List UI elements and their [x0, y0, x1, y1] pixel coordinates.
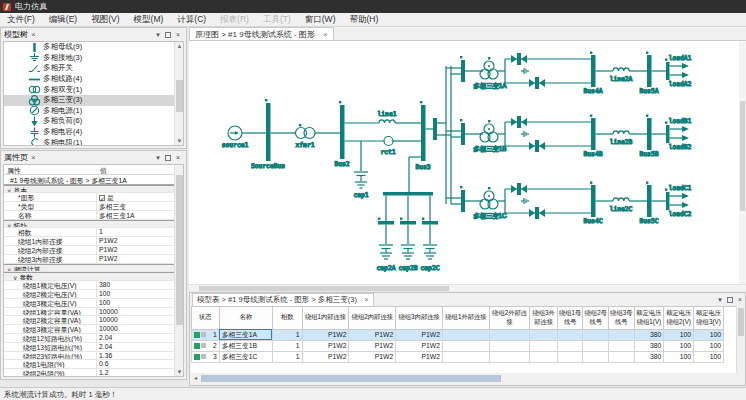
property-row[interactable]: 绕组2内部连接P1W2	[4, 246, 183, 255]
feeder-row-b[interactable]: 多相三变1B	[460, 115, 692, 158]
property-row[interactable]: 绕组1额定容量(VA)10000	[4, 308, 183, 317]
table-row[interactable]: 1 多相三变1A 1 P1W2 P1W2 P1W2 380 100	[192, 329, 724, 340]
feeder-row-a[interactable]: 多相三变1A	[460, 52, 692, 95]
float-window-icon[interactable]	[165, 155, 171, 161]
tree-item-two-winding[interactable]: 多相双变(1)	[4, 84, 183, 95]
cap1-capacitor[interactable]: cap1	[353, 141, 368, 199]
tree-item-source[interactable]: 多相电源(1)	[4, 106, 183, 117]
load-a[interactable]: loadA1 loadA2	[665, 54, 692, 87]
collapse-icon[interactable]: ∨	[7, 188, 11, 193]
schematic-svg[interactable]: source1 SourceBus xfmr1	[189, 41, 739, 284]
properties-scrollbar[interactable]: ▼	[174, 165, 183, 376]
tree-item-ground[interactable]: 多相接地(3)	[4, 53, 183, 64]
tree-item-capacitor[interactable]: 多相电容(4)	[4, 127, 183, 138]
scroll-down-icon[interactable]: ▼	[175, 368, 184, 376]
close-icon[interactable]: ×	[31, 153, 36, 162]
line2a-branch[interactable]: line2A	[610, 68, 633, 82]
canvas-horizontal-scrollbar[interactable]	[189, 284, 746, 291]
property-row[interactable]: 绕组3额定电压(V)100	[4, 299, 183, 308]
property-row[interactable]: 绕组3额定容量(VA)10000	[4, 325, 183, 334]
close-icon[interactable]: ×	[173, 152, 183, 163]
property-row[interactable]: 绕组2额定电压(V)100	[4, 290, 183, 299]
property-row[interactable]: 绕组3内部连接P1W2	[4, 255, 183, 264]
table-vertical-scrollbar[interactable]	[736, 306, 744, 373]
float-window-icon[interactable]	[165, 32, 171, 38]
capacitor-bank[interactable]: cap2A cap2B	[377, 157, 440, 272]
sourcebus-bar[interactable]: SourceBus	[251, 99, 285, 169]
xfmr1-transformer[interactable]: xfmr1	[296, 124, 316, 148]
bus5a-bar[interactable]: Bus5A	[640, 52, 659, 95]
property-row[interactable]: 名称多相三变1A	[4, 211, 183, 220]
line2c-branch[interactable]: line2C	[610, 198, 633, 212]
float-window-icon[interactable]	[727, 297, 733, 303]
table-row[interactable]: 3 多相三变1C 1 P1W2 P1W2 P1W2 380 100	[192, 351, 724, 362]
close-icon[interactable]: ×	[31, 30, 36, 39]
property-row[interactable]: 绕组1电阻(%)0.6	[4, 360, 183, 369]
close-icon[interactable]: ×	[173, 29, 183, 40]
load-c[interactable]: loadC1 loadC2	[665, 184, 692, 217]
bus4b-bar[interactable]: Bus4B	[584, 115, 603, 158]
three-winding-transformer-1b[interactable]: 多相三变1B	[474, 120, 507, 153]
menu-edit[interactable]: 编辑(E)	[42, 13, 84, 26]
property-row[interactable]: 绕组12短路电抗(%)2.04	[4, 334, 183, 343]
three-winding-transformer-1a[interactable]: 多相三变1A	[474, 57, 508, 90]
tree-item-line[interactable]: 多相线路(4)	[4, 74, 183, 85]
property-subsection[interactable]: ∨参数	[4, 272, 183, 281]
scroll-up-icon[interactable]: ▲	[175, 42, 184, 50]
property-section[interactable]: ∨拓扑	[4, 220, 183, 229]
bus4a-bar[interactable]: Bus4A	[584, 52, 603, 95]
close-icon[interactable]: ×	[323, 30, 328, 39]
scroll-down-icon[interactable]: ▼	[175, 137, 184, 145]
bus5b-bar[interactable]: Bus5B	[640, 115, 659, 158]
riser-connections[interactable]	[426, 66, 462, 204]
tree-item-bus[interactable]: 多相母线(9)	[4, 42, 183, 53]
tab-model-table[interactable]: 模型表 > #1 9母线测试系统 - 图形 > 多相三变(3) ×	[192, 293, 374, 306]
chevron-down-icon[interactable]: ▾	[153, 152, 163, 163]
property-row[interactable]: *图形✓是	[4, 193, 183, 202]
menu-model[interactable]: 模型(M)	[127, 13, 171, 26]
property-row[interactable]: 绕组2电阻(%)1.2	[4, 369, 183, 377]
source1-symbol[interactable]: source1	[222, 126, 266, 148]
chevron-down-icon[interactable]: ▾	[715, 294, 725, 305]
collapse-icon[interactable]: ∨	[13, 275, 17, 280]
property-row[interactable]: 绕组2额定容量(VA)10000	[4, 316, 183, 325]
tree-item-resistor[interactable]: 多相电阻(1)	[4, 137, 183, 146]
property-row[interactable]: 绕组1内部连接P1W2	[4, 237, 183, 246]
menu-calc[interactable]: 计算(C)	[170, 13, 213, 26]
three-winding-transformer-1c[interactable]: 多相三变1C	[473, 187, 507, 220]
bus5c-bar[interactable]: Bus5C	[640, 182, 659, 225]
property-row[interactable]: *类型多相三变	[4, 202, 183, 211]
checkbox-icon[interactable]: ✓	[99, 195, 105, 201]
collapse-icon[interactable]: ∨	[7, 267, 11, 272]
menu-help[interactable]: 帮助(H)	[342, 13, 385, 26]
close-icon[interactable]: ×	[364, 295, 368, 304]
load-b[interactable]: loadB1 loadB2	[665, 117, 692, 150]
feeder-row-c[interactable]: 多相三变1C	[460, 182, 692, 225]
table-row[interactable]: 2 多相三变1B 1 P1W2 P1W2 P1W2 380 100	[192, 340, 724, 351]
property-row[interactable]: 绕组1额定电压(V)380	[4, 281, 183, 290]
tree-scrollbar[interactable]: ▲ ▼	[174, 42, 183, 145]
schematic-canvas[interactable]: source1 SourceBus xfmr1	[189, 41, 739, 284]
scroll-left-icon[interactable]: ◂	[191, 374, 200, 383]
tree-item-three-winding[interactable]: 多相三变(3)	[4, 95, 183, 106]
property-row[interactable]: 绕组13短路电抗(%)2.04	[4, 343, 183, 352]
bus2-bar[interactable]: Bus2	[334, 101, 349, 167]
close-icon[interactable]: ×	[735, 294, 745, 305]
canvas-vertical-scrollbar[interactable]	[739, 41, 746, 284]
tree-item-switch[interactable]: 多相开关	[4, 63, 183, 74]
bus4c-bar[interactable]: Bus4C	[584, 182, 603, 225]
menu-view[interactable]: 视图(V)	[84, 13, 126, 26]
chevron-down-icon[interactable]: ▾	[153, 29, 163, 40]
tree-item-load[interactable]: 多相负荷(6)	[4, 116, 183, 127]
menu-window[interactable]: 窗口(W)	[298, 13, 343, 26]
bus3-bar[interactable]: Bus3	[415, 101, 430, 170]
tab-diagram[interactable]: 原理图 > #1 9母线测试系统 - 图形 ×	[189, 27, 334, 40]
line1-branch[interactable]: line1	[345, 110, 422, 123]
property-row[interactable]: 绕组23短路电抗(%)1.36	[4, 352, 183, 361]
property-section[interactable]: ∨潮流计算	[4, 264, 183, 273]
property-row[interactable]: 相数1	[4, 228, 183, 237]
menu-file[interactable]: 文件(F)	[0, 13, 42, 26]
collapse-icon[interactable]: ∨	[7, 223, 11, 228]
line2b-branch[interactable]: line2B	[610, 131, 633, 145]
rct1-reactor[interactable]: rct1	[345, 137, 422, 156]
